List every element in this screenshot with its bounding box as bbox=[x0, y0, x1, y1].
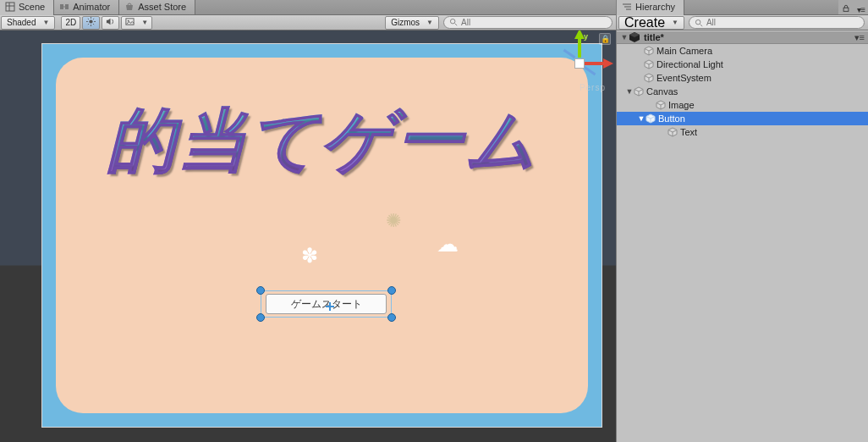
asset-store-icon bbox=[124, 2, 135, 12]
toggle-lighting[interactable] bbox=[82, 16, 100, 30]
svg-point-6 bbox=[90, 19, 93, 23]
tab-scene-label: Scene bbox=[19, 0, 45, 14]
hierarchy-tree[interactable]: ▼ title* ▾≡ Main Camera Directional Ligh… bbox=[617, 30, 868, 442]
node-label: Canvas bbox=[646, 86, 678, 97]
chevron-down-icon: ▼ bbox=[426, 19, 433, 26]
node-button[interactable]: ▼ Button bbox=[617, 112, 868, 125]
svg-rect-0 bbox=[6, 3, 14, 11]
toggle-2d[interactable]: 2D bbox=[61, 16, 80, 30]
scene-icon bbox=[5, 2, 15, 12]
node-label: Text bbox=[680, 127, 697, 137]
hierarchy-search[interactable] bbox=[689, 16, 865, 29]
image-icon bbox=[125, 17, 135, 28]
gameobject-icon bbox=[634, 86, 644, 97]
chevron-down-icon: ▼ bbox=[42, 19, 49, 26]
resize-handle-tr[interactable] bbox=[387, 286, 396, 295]
axis-y-label: y bbox=[584, 32, 588, 41]
gameobject-icon bbox=[644, 46, 654, 56]
node-image[interactable]: Image bbox=[617, 98, 868, 112]
game-title-text[interactable]: 的当てゲーム bbox=[56, 95, 588, 188]
node-label: Main Camera bbox=[656, 46, 712, 56]
hierarchy-tabs: Hierarchy ▾≡ bbox=[617, 0, 868, 15]
toggle-effects[interactable]: ▼ bbox=[121, 16, 152, 30]
gizmos-dropdown[interactable]: Gizmos ▼ bbox=[385, 16, 439, 30]
svg-line-12 bbox=[93, 24, 94, 25]
resize-handle-tl[interactable] bbox=[256, 286, 265, 295]
chevron-down-icon: ▼ bbox=[672, 19, 678, 26]
search-icon bbox=[695, 15, 703, 30]
svg-line-18 bbox=[455, 23, 458, 25]
canvas-background-image[interactable]: 的当てゲーム ✺ ☁ ✽ ゲームスタート bbox=[56, 58, 588, 413]
gameobject-icon bbox=[644, 73, 654, 83]
hierarchy-search-input[interactable] bbox=[706, 17, 859, 28]
panel-lock-toggle[interactable] bbox=[838, 4, 854, 14]
svg-point-23 bbox=[695, 19, 700, 25]
svg-line-24 bbox=[700, 24, 703, 26]
gameobject-icon bbox=[644, 59, 654, 69]
scene-view-tabs: Scene Animator Asset Store bbox=[0, 0, 616, 15]
resize-handle-bl[interactable] bbox=[256, 313, 265, 322]
foldout-arrow-icon[interactable]: ▼ bbox=[637, 114, 646, 123]
tab-animator-label: Animator bbox=[73, 0, 110, 14]
svg-rect-22 bbox=[843, 8, 849, 11]
tab-hierarchy[interactable]: Hierarchy bbox=[617, 0, 684, 14]
axis-center-icon[interactable] bbox=[574, 58, 585, 69]
scene-options-dropdown[interactable]: ▾≡ bbox=[854, 32, 865, 43]
resize-handle-br[interactable] bbox=[387, 313, 396, 322]
anchor-indicator-icon[interactable] bbox=[326, 302, 334, 311]
node-event-system[interactable]: EventSystem bbox=[617, 71, 868, 85]
scene-search[interactable] bbox=[443, 16, 613, 29]
gameobject-icon bbox=[646, 113, 656, 124]
tab-hierarchy-label: Hierarchy bbox=[635, 0, 675, 14]
unity-logo-icon bbox=[629, 31, 640, 43]
fan-decoration-icon: ✽ bbox=[301, 244, 318, 268]
svg-line-13 bbox=[88, 24, 89, 25]
hierarchy-icon bbox=[622, 2, 632, 12]
axis-z-back-icon[interactable] bbox=[563, 49, 576, 59]
svg-point-17 bbox=[450, 19, 455, 24]
panel-options-dropdown[interactable]: ▾≡ bbox=[854, 5, 868, 14]
node-main-camera[interactable]: Main Camera bbox=[617, 44, 868, 58]
hierarchy-create-dropdown[interactable]: Create ▼ bbox=[618, 16, 684, 30]
node-directional-light[interactable]: Directional Light bbox=[617, 58, 868, 71]
node-label: Button bbox=[658, 113, 685, 124]
gizmos-label: Gizmos bbox=[391, 18, 420, 27]
tab-asset-store-label: Asset Store bbox=[138, 0, 186, 14]
axis-x-icon[interactable] bbox=[585, 62, 605, 65]
tab-scene[interactable]: Scene bbox=[0, 0, 54, 14]
orientation-gizmo[interactable]: y Persp bbox=[552, 36, 607, 91]
gameobject-icon bbox=[667, 127, 678, 137]
projection-label[interactable]: Persp bbox=[580, 83, 606, 92]
tab-animator[interactable]: Animator bbox=[54, 0, 119, 14]
chevron-down-icon: ▼ bbox=[141, 19, 148, 26]
node-label: Image bbox=[668, 100, 695, 110]
hierarchy-toolbar: Create ▼ bbox=[617, 15, 868, 30]
sun-icon bbox=[86, 17, 96, 28]
node-text[interactable]: Text bbox=[617, 125, 868, 139]
node-canvas[interactable]: ▼ Canvas bbox=[617, 85, 868, 98]
cloud-decoration-icon: ☁ bbox=[437, 231, 459, 257]
node-label: Directional Light bbox=[656, 59, 723, 69]
scene-toolbar: Shaded ▼ 2D ▼ bbox=[0, 15, 616, 30]
toggle-audio[interactable] bbox=[102, 16, 119, 30]
animator-icon bbox=[59, 2, 69, 12]
canvas-frame[interactable]: 的当てゲーム ✺ ☁ ✽ ゲームスタート bbox=[41, 43, 602, 428]
gameobject-icon bbox=[656, 100, 666, 110]
scene-name: title* bbox=[644, 32, 664, 42]
svg-rect-3 bbox=[60, 4, 63, 9]
search-icon bbox=[449, 18, 458, 28]
axis-z-front-icon[interactable] bbox=[584, 66, 596, 76]
scene-search-input[interactable] bbox=[461, 17, 607, 28]
toggle-2d-label: 2D bbox=[65, 18, 76, 27]
audio-icon bbox=[106, 17, 115, 28]
svg-line-14 bbox=[93, 19, 94, 19]
tab-asset-store[interactable]: Asset Store bbox=[119, 0, 195, 14]
shading-mode-dropdown[interactable]: Shaded ▼ bbox=[1, 16, 55, 30]
scene-row[interactable]: ▼ title* ▾≡ bbox=[617, 30, 868, 44]
hierarchy-create-label: Create bbox=[624, 15, 665, 30]
foldout-arrow-icon[interactable]: ▼ bbox=[625, 87, 634, 96]
node-label: EventSystem bbox=[656, 73, 711, 83]
svg-line-11 bbox=[88, 19, 89, 19]
foldout-arrow-icon[interactable]: ▼ bbox=[620, 33, 629, 41]
scene-viewport[interactable]: 的当てゲーム ✺ ☁ ✽ ゲームスタート bbox=[0, 30, 616, 442]
